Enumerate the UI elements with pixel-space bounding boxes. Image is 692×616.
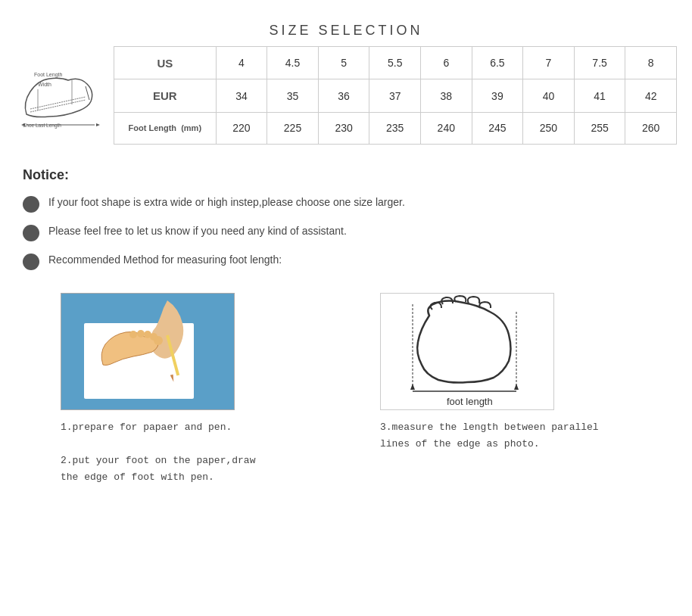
foot-outline-photo: foot length [380, 293, 554, 410]
eur-37: 37 [369, 79, 421, 112]
page-wrapper: SIZE SELECTION Foot Length Width Shoe La… [0, 0, 692, 524]
svg-marker-24 [514, 384, 519, 390]
us-4-5: 4.5 [267, 47, 319, 79]
us-7-5: 7.5 [574, 47, 625, 79]
us-7: 7 [523, 47, 575, 79]
fl-235: 235 [369, 112, 421, 144]
shoe-diagram-svg: Foot Length Width Shoe Last Length [19, 58, 110, 133]
us-8: 8 [625, 47, 677, 79]
fl-225: 225 [267, 112, 319, 144]
notice-item-2: Please feel free to let us know if you n… [23, 223, 669, 241]
eur-35: 35 [267, 79, 319, 112]
notice-text-3: Recommended Method for measuring foot le… [48, 252, 282, 268]
shoe-diagram: Foot Length Width Shoe Last Length [15, 46, 114, 145]
us-5: 5 [318, 47, 369, 79]
row-label-eur: EUR [114, 79, 217, 112]
notice-text-2: Please feel free to let us know if you n… [48, 223, 347, 239]
table-row-eur: EUR 34 35 36 37 38 39 40 41 42 [114, 79, 677, 112]
eur-42: 42 [625, 79, 677, 112]
row-label-us: US [114, 47, 217, 79]
bullet-icon-1 [23, 196, 39, 213]
size-selection-title: SIZE SELECTION [15, 23, 677, 39]
bullet-icon-2 [23, 225, 39, 241]
eur-39: 39 [472, 79, 523, 112]
notice-item-1: If your foot shape is extra wide or high… [23, 194, 669, 213]
svg-line-3 [30, 100, 86, 112]
instruction-block-right: foot length 3.measure the length between… [380, 293, 669, 453]
notice-text-1: If your foot shape is extra wide or high… [48, 194, 405, 210]
svg-text:foot length: foot length [447, 396, 493, 407]
svg-point-19 [129, 331, 137, 338]
eur-40: 40 [523, 79, 575, 112]
svg-text:Shoe Last Length: Shoe Last Length [23, 123, 61, 129]
fl-245: 245 [472, 112, 523, 144]
instruction-block-left: 1.prepare for papaer and pen. 2.put your… [61, 293, 350, 486]
svg-marker-23 [410, 384, 415, 390]
notice-item-3: Recommended Method for measuring foot le… [23, 252, 669, 270]
eur-41: 41 [574, 79, 625, 112]
svg-line-6 [86, 86, 89, 100]
eur-34: 34 [216, 79, 267, 112]
us-6-5: 6.5 [472, 47, 523, 79]
svg-text:Foot Length: Foot Length [34, 72, 62, 78]
fl-220: 220 [216, 112, 267, 144]
svg-marker-10 [96, 123, 100, 126]
size-table: US 4 4.5 5 5.5 6 6.5 7 7.5 8 EUR 34 35 3… [114, 46, 677, 145]
instruction-line-2a: 2.put your foot on the paper,draw [61, 455, 255, 466]
eur-38: 38 [421, 79, 472, 112]
us-4: 4 [216, 47, 267, 79]
svg-point-17 [144, 331, 151, 338]
foot-photo-svg [61, 293, 234, 410]
bullet-icon-3 [23, 254, 39, 270]
notice-section: Notice: If your foot shape is extra wide… [15, 167, 677, 270]
table-row-footlength: Foot Length (mm) 220 225 230 235 240 245… [114, 112, 677, 144]
eur-36: 36 [318, 79, 369, 112]
fl-260: 260 [625, 112, 677, 144]
us-6: 6 [421, 47, 472, 79]
instruction-line-1: 1.prepare for papaer and pen. [61, 422, 232, 433]
fl-255: 255 [574, 112, 625, 144]
fl-230: 230 [318, 112, 369, 144]
instruction-line-3b: lines of the edge as photo. [380, 438, 540, 450]
svg-line-2 [30, 97, 86, 109]
instruction-line-3a: 3.measure the length between parallel [380, 422, 599, 433]
us-5-5: 5.5 [369, 47, 421, 79]
svg-point-18 [137, 330, 145, 338]
size-table-section: Foot Length Width Shoe Last Length [15, 46, 677, 145]
row-label-footlength: Foot Length (mm) [114, 112, 217, 144]
fl-240: 240 [421, 112, 472, 144]
instruction-text-right: 3.measure the length between parallel li… [380, 419, 637, 453]
instructions-section: 1.prepare for papaer and pen. 2.put your… [15, 285, 677, 501]
foot-outline-svg: foot length [384, 293, 550, 410]
fl-250: 250 [523, 112, 575, 144]
notice-title: Notice: [23, 167, 669, 183]
table-row-us: US 4 4.5 5 5.5 6 6.5 7 7.5 8 [114, 47, 677, 79]
foot-photo-left [61, 293, 235, 410]
instruction-text-left: 1.prepare for papaer and pen. 2.put your… [61, 419, 350, 486]
instruction-line-2b: the edge of foot with pen. [61, 471, 214, 483]
